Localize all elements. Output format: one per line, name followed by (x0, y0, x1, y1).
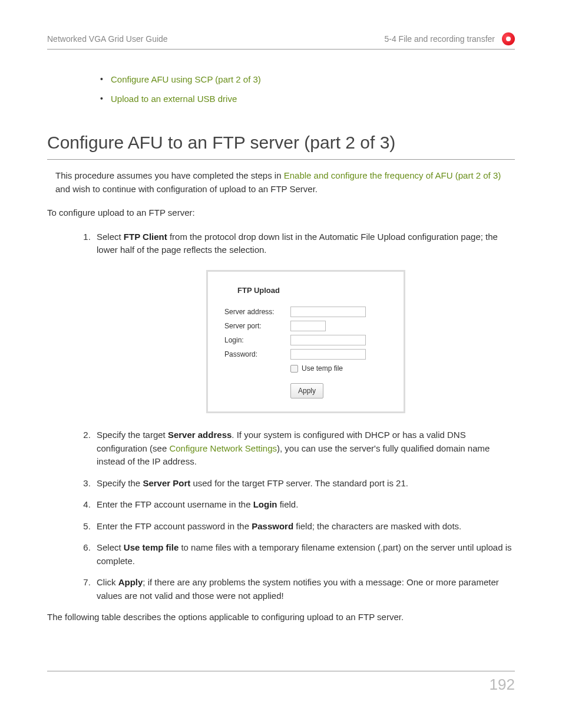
page-title: Configure AFU to an FTP server (part 2 o… (47, 129, 515, 160)
ftp-upload-figure: FTP Upload Server address: Server port: … (206, 270, 405, 414)
text: Click (97, 577, 118, 587)
step-5: Enter the FTP account password in the Pa… (93, 520, 515, 533)
use-temp-checkbox[interactable] (290, 365, 298, 373)
row-use-temp: Use temp file (224, 363, 387, 374)
password-input[interactable] (290, 349, 366, 360)
text: field; the characters are masked with do… (293, 521, 461, 531)
bold: FTP Client (124, 232, 167, 242)
bold: Server address (168, 430, 232, 440)
network-settings-link[interactable]: Configure Network Settings (169, 443, 277, 453)
text: Select (97, 542, 124, 552)
header-right-group: 5-4 File and recording transfer (384, 32, 515, 45)
intro-post: and wish to continue with configuration … (55, 184, 318, 194)
row-password: Password: (224, 349, 387, 360)
text: Enter the FTP account password in the (97, 521, 252, 531)
list-item: Upload to an external USB drive (100, 93, 515, 106)
header-section: 5-4 File and recording transfer (384, 33, 495, 45)
list-item: Configure AFU using SCP (part 2 of 3) (100, 73, 515, 87)
intro-pre: This procedure assumes you have complete… (55, 170, 284, 180)
text: Select (97, 232, 124, 242)
server-address-label: Server address: (224, 307, 290, 317)
page-header: Networked VGA Grid User Guide 5-4 File a… (47, 32, 515, 50)
steps-list: Select FTP Client from the protocol drop… (47, 230, 515, 603)
row-login: Login: (224, 335, 387, 345)
login-label: Login: (224, 335, 290, 345)
server-port-label: Server port: (224, 321, 290, 331)
use-temp-label: Use temp file (302, 363, 343, 374)
step-3: Specify the Server Port used for the tar… (93, 477, 515, 490)
text: Specify the (97, 478, 143, 488)
text: used for the target FTP server. The stan… (190, 478, 408, 488)
step-6: Select Use temp file to name files with … (93, 541, 515, 568)
row-server-port: Server port: (224, 321, 387, 331)
text: ; if there are any problems the system n… (97, 577, 499, 601)
server-address-input[interactable] (290, 307, 366, 317)
step-1: Select FTP Client from the protocol drop… (93, 230, 515, 414)
intro-link[interactable]: Enable and configure the frequency of AF… (284, 170, 501, 180)
header-left: Networked VGA Grid User Guide (47, 33, 168, 45)
server-port-input[interactable] (290, 321, 326, 331)
step-7: Click Apply; if there are any problems t… (93, 576, 515, 602)
closing-text: The following table describes the option… (47, 611, 515, 624)
login-input[interactable] (290, 335, 366, 345)
intro-paragraph: This procedure assumes you have complete… (47, 169, 515, 196)
brand-logo-icon (502, 32, 515, 45)
bold: Login (253, 499, 277, 509)
top-link-scp[interactable]: Configure AFU using SCP (part 2 of 3) (111, 74, 261, 84)
bold: Use temp file (124, 542, 178, 552)
text: Specify the target (97, 430, 168, 440)
figure-container: FTP Upload Server address: Server port: … (97, 270, 515, 414)
step-2: Specify the target Server address. If yo… (93, 429, 515, 469)
page-number: 192 (490, 673, 515, 696)
figure-title: FTP Upload (237, 285, 387, 297)
top-link-list: Configure AFU using SCP (part 2 of 3) Up… (47, 73, 515, 106)
top-link-usb[interactable]: Upload to an external USB drive (111, 94, 237, 104)
text: Enter the FTP account username in the (97, 499, 253, 509)
apply-button[interactable]: Apply (290, 383, 323, 398)
bold: Apply (118, 577, 143, 587)
row-server-address: Server address: (224, 307, 387, 317)
bold: Server Port (143, 478, 190, 488)
bold: Password (252, 521, 293, 531)
password-label: Password: (224, 349, 290, 360)
footer-rule (47, 671, 515, 671)
lead-text: To configure upload to an FTP server: (47, 206, 515, 220)
row-apply: Apply (224, 383, 387, 398)
text: field. (277, 499, 299, 509)
step-4: Enter the FTP account username in the Lo… (93, 498, 515, 512)
